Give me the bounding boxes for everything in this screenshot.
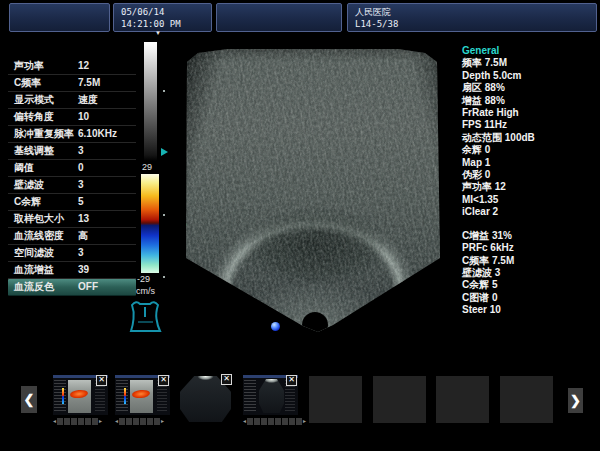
- datetime-box: 05/06/14 14:21:00 PM: [113, 3, 212, 32]
- info-line: PRFc 6kHz: [462, 242, 594, 254]
- color-doppler-bar: [141, 174, 159, 273]
- param-row-spatial-filter[interactable]: 空间滤波3: [8, 245, 136, 262]
- close-icon[interactable]: ✕: [96, 375, 107, 386]
- info-line: C余辉 5: [462, 279, 594, 291]
- param-row-prf[interactable]: 脉冲重复频率6.10KHz: [8, 126, 136, 143]
- gain-caret-icon: ▼: [155, 30, 161, 36]
- scroll-left-button[interactable]: ❮: [21, 386, 37, 413]
- color-info-block: C增益 31% PRFc 6kHz C频率 7.5M 壁滤波 3 C余辉 5 C…: [462, 230, 594, 317]
- grayscale-bar: [144, 42, 157, 161]
- param-row-packet-size[interactable]: 取样包大小13: [8, 211, 136, 228]
- empty-clip-slot: [373, 376, 426, 423]
- exam-info-box: [216, 3, 342, 32]
- param-row-baseline[interactable]: 基线调整3: [8, 143, 136, 160]
- empty-clip-slot: [436, 376, 489, 423]
- info-line: C频率 7.5M: [462, 255, 594, 267]
- param-row-threshold[interactable]: 阈值0: [8, 160, 136, 177]
- param-row-flow-gain[interactable]: 血流增益39: [8, 262, 136, 279]
- thumb-left-text: [54, 380, 66, 413]
- info-line: iClear 2: [462, 206, 594, 218]
- preset-title: General: [462, 45, 594, 57]
- info-line: 伪彩 0: [462, 169, 594, 181]
- time-text: 14:21:00 PM: [121, 18, 204, 30]
- depth-tick: [163, 90, 165, 92]
- close-icon[interactable]: ✕: [286, 375, 297, 386]
- depth-tick: [163, 214, 165, 216]
- info-line: MI<1.35: [462, 194, 594, 206]
- patient-info-box: [9, 3, 110, 32]
- info-line: 动态范围 100dB: [462, 132, 594, 144]
- depth-tick: [163, 276, 165, 278]
- doppler-flow-blob: [132, 389, 151, 399]
- info-line: Map 1: [462, 157, 594, 169]
- thumbnail-2-pager[interactable]: ◂ ▸: [115, 417, 164, 425]
- doppler-flow-blob: [70, 389, 89, 399]
- thumb-sector-image: [259, 379, 284, 413]
- param-row-steer-angle[interactable]: 偏转角度10: [8, 109, 136, 126]
- velocity-max-label: 29: [142, 162, 152, 172]
- scroll-right-button[interactable]: ❯: [568, 388, 583, 413]
- param-row-wall-filter[interactable]: 壁滤波3: [8, 177, 136, 194]
- thumb-colorbar: [62, 388, 64, 404]
- thumb-image: [68, 380, 91, 413]
- velocity-min-label: -29: [137, 274, 150, 284]
- image-info-panel: General 频率 7.5M Depth 5.0cm 扇区 88% 增益 88…: [462, 45, 594, 317]
- thumb-left-text: [116, 380, 128, 413]
- parameter-panel: 声功率12 C频率7.5M 显示模式速度 偏转角度10 脉冲重复频率6.10KH…: [8, 58, 136, 296]
- focus-marker-icon: [161, 148, 168, 156]
- scroll-left-icon: ❮: [24, 392, 35, 407]
- info-line: 扇区 88%: [462, 82, 594, 94]
- close-icon[interactable]: ✕: [221, 374, 232, 385]
- info-line: FPS 11Hz: [462, 119, 594, 131]
- thumbnail-1-pager[interactable]: ◂ ▸: [53, 417, 102, 425]
- transducer-notch: [302, 312, 328, 338]
- thumb-image: [130, 380, 153, 413]
- empty-clip-slot: [500, 376, 553, 423]
- info-line: 余辉 0: [462, 144, 594, 156]
- thumbnail-4-pager[interactable]: ◂ ▸: [243, 417, 306, 425]
- pager-right-icon: ▸: [303, 417, 306, 425]
- thumbnail-2[interactable]: ✕: [115, 375, 170, 415]
- date-text: 05/06/14: [121, 6, 204, 18]
- hospital-box: 人民医院 L14-5/38: [347, 3, 597, 32]
- pager-left-icon: ◂: [115, 417, 118, 425]
- thumbnail-1[interactable]: ✕: [53, 375, 108, 415]
- info-line: 壁滤波 3: [462, 267, 594, 279]
- param-row-c-frequency[interactable]: C频率7.5M: [8, 75, 136, 92]
- param-row-c-persistence[interactable]: C余辉5: [8, 194, 136, 211]
- probe-orientation-dot: [271, 322, 280, 331]
- scroll-right-icon: ❯: [570, 393, 581, 408]
- pager-left-icon: ◂: [53, 417, 56, 425]
- param-row-acoustic-power[interactable]: 声功率12: [8, 58, 136, 75]
- body-mark-icon: [124, 298, 168, 338]
- info-line: 增益 88%: [462, 95, 594, 107]
- pager-right-icon: ▸: [99, 417, 102, 425]
- info-line: C图谱 0: [462, 292, 594, 304]
- param-row-flow-invert[interactable]: 血流反色OFF: [8, 279, 136, 296]
- info-line: Depth 5.0cm: [462, 70, 594, 82]
- info-line: C增益 31%: [462, 230, 594, 242]
- info-line: FrRate High: [462, 107, 594, 119]
- probe-model: L14-5/38: [355, 18, 589, 30]
- empty-clip-slot: [309, 376, 362, 423]
- ultrasound-image[interactable]: [183, 47, 443, 335]
- info-line: 频率 7.5M: [462, 57, 594, 69]
- thumb-left-text: [244, 380, 256, 413]
- speckle-noise: [183, 47, 443, 335]
- info-line: 声功率 12: [462, 181, 594, 193]
- thumbnail-4[interactable]: ✕: [243, 375, 298, 415]
- velocity-unit-label: cm/s: [136, 286, 155, 296]
- ultrasound-screen: 05/06/14 14:21:00 PM 人民医院 L14-5/38 ▼ 声功率…: [0, 0, 600, 451]
- pager-right-icon: ▸: [161, 417, 164, 425]
- thumb-colorbar: [124, 388, 126, 404]
- thumbnail-3[interactable]: ✕: [178, 374, 233, 423]
- param-row-display-mode[interactable]: 显示模式速度: [8, 92, 136, 109]
- close-icon[interactable]: ✕: [158, 375, 169, 386]
- info-line: Steer 10: [462, 304, 594, 316]
- pager-left-icon: ◂: [243, 417, 246, 425]
- hospital-name: 人民医院: [355, 6, 589, 18]
- param-row-line-density[interactable]: 血流线密度高: [8, 228, 136, 245]
